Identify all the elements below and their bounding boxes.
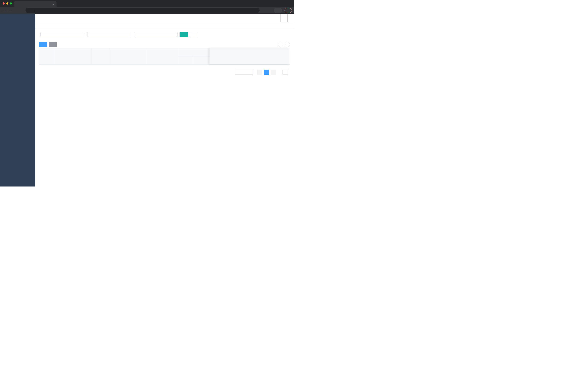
- browser-chrome: × ← →: [0, 0, 294, 14]
- refresh-icon: [286, 43, 289, 46]
- fullscreen-icon[interactable]: [269, 17, 272, 20]
- upload-icon: [51, 43, 53, 46]
- chevron-right-icon: [272, 71, 274, 73]
- bookmark-star-icon[interactable]: [268, 9, 271, 12]
- browser-tabstrip: ×: [0, 0, 294, 7]
- column-header-active: [193, 56, 209, 64]
- avatar-caret-down-icon[interactable]: [289, 17, 291, 19]
- sidebar: [0, 14, 35, 186]
- window-controls: [2, 2, 12, 5]
- goto-page-input[interactable]: [282, 70, 288, 75]
- column-header-name: [55, 49, 92, 64]
- home-icon[interactable]: [20, 9, 23, 12]
- broken-image-icon: [281, 15, 284, 17]
- main-area: [35, 14, 294, 186]
- browser-tab[interactable]: ×: [14, 1, 56, 7]
- search-button-icon: [182, 33, 184, 36]
- user-avatar[interactable]: [280, 14, 288, 22]
- table-fixed-column: [210, 49, 290, 64]
- table-toolbar: [39, 42, 290, 47]
- column-header-form: [110, 49, 147, 64]
- window-minimize-button[interactable]: [6, 2, 8, 5]
- tags-bar: [35, 23, 294, 29]
- url-bar[interactable]: [26, 8, 260, 13]
- search-button[interactable]: [179, 32, 188, 37]
- toggle-search-button[interactable]: [278, 42, 283, 47]
- column-header-id: [39, 49, 55, 64]
- column-header-version: [178, 56, 193, 64]
- tab-favicon-icon: [16, 2, 19, 5]
- current-page-button[interactable]: [264, 70, 269, 75]
- browser-update-button[interactable]: [284, 8, 292, 13]
- github-icon[interactable]: [258, 17, 261, 20]
- pagination: [39, 70, 290, 75]
- prev-page-button[interactable]: [257, 70, 262, 75]
- help-icon[interactable]: [263, 17, 266, 20]
- reset-button[interactable]: [190, 32, 198, 37]
- navbar-actions: [250, 14, 291, 22]
- back-icon[interactable]: ←: [2, 9, 5, 12]
- app-logo-avatar: [6, 15, 11, 21]
- navbar: [35, 14, 294, 23]
- tab-close-icon[interactable]: ×: [52, 2, 55, 6]
- column-header-actions: [210, 49, 290, 64]
- process-model-table: [39, 48, 290, 65]
- chevron-left-icon: [258, 71, 261, 73]
- column-header-category: [92, 49, 110, 64]
- chevron-down-icon: [173, 33, 176, 36]
- password-key-icon[interactable]: [262, 9, 265, 12]
- refresh-table-button[interactable]: [285, 42, 290, 47]
- browser-toolbar: ← →: [0, 7, 294, 14]
- window-zoom-button[interactable]: [10, 2, 12, 5]
- column-header-created: [147, 49, 178, 64]
- process-category-select[interactable]: [134, 32, 178, 37]
- window-close-button[interactable]: [2, 2, 5, 5]
- filter-form: [39, 32, 290, 37]
- table-tools: [278, 42, 290, 47]
- next-page-button[interactable]: [271, 70, 276, 75]
- font-size-icon[interactable]: [274, 17, 278, 20]
- forward-icon[interactable]: →: [8, 9, 11, 12]
- incognito-badge: [274, 8, 282, 13]
- security-warning-icon[interactable]: [28, 9, 31, 12]
- app-logo[interactable]: [0, 14, 35, 23]
- search-icon: [279, 43, 282, 46]
- reset-refresh-icon: [192, 33, 195, 36]
- browser-menu-icon[interactable]: [288, 9, 291, 12]
- import-process-button[interactable]: [49, 42, 57, 47]
- page-content: [35, 29, 294, 186]
- process-name-input[interactable]: [87, 32, 131, 37]
- create-process-button[interactable]: [39, 42, 47, 47]
- reload-icon[interactable]: [14, 9, 17, 12]
- page-size-select[interactable]: [235, 70, 253, 75]
- process-id-input[interactable]: [41, 32, 84, 37]
- incognito-icon: [274, 8, 279, 13]
- search-icon[interactable]: [252, 17, 255, 20]
- plus-icon: [41, 43, 43, 46]
- sidebar-collapse-icon[interactable]: [38, 16, 42, 20]
- chevron-down-icon: [244, 71, 246, 73]
